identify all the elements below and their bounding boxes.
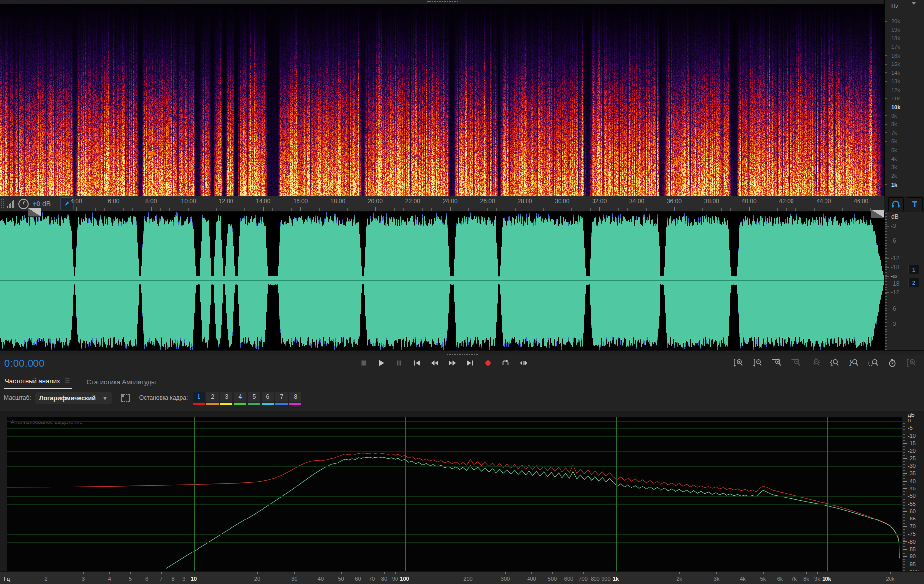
grid-line-h — [7, 489, 902, 489]
stop-button[interactable] — [357, 357, 370, 370]
hz-unit-label: Hz — [891, 3, 899, 10]
freq-tick — [583, 572, 584, 574]
audition-window: Hz 20k19k18k17k16k15k14k13k12k11k10k9k8k… — [0, 0, 924, 584]
grid-line-h — [7, 534, 902, 535]
freq-tick — [395, 572, 396, 574]
frame-hold-8[interactable]: 8 — [289, 392, 301, 405]
grid-line-h — [7, 451, 902, 452]
db-axis-unit: дБ — [908, 412, 915, 418]
freq-label: 500 — [548, 576, 557, 582]
panel-menu-icon[interactable]: ☰ — [65, 377, 70, 385]
timeline-label: 10:00 — [181, 198, 196, 205]
zoom-in-inpoint-button[interactable]: { — [828, 357, 841, 370]
timer-button[interactable] — [886, 357, 899, 370]
zoom-reset-button[interactable] — [905, 357, 918, 370]
freq-tick — [83, 572, 84, 574]
zoom-out-vertical-icon — [753, 358, 763, 368]
zoom-buttons: { } {} — [732, 357, 918, 370]
amplitude-label: -6 — [891, 237, 896, 244]
db-axis-label: -5 — [908, 425, 913, 431]
fast-forward-button[interactable] — [446, 357, 459, 370]
freq-label: 6 — [145, 576, 148, 582]
db-axis-label: -35 — [908, 470, 916, 476]
freq-label: 4k — [740, 576, 746, 582]
zoom-out-horizontal-button[interactable] — [790, 357, 803, 370]
timeline-label: 22:00 — [405, 198, 420, 205]
zoom-out-horizontal-icon — [791, 358, 801, 368]
ruler-minor-ticks — [1, 208, 884, 211]
zoom-to-selection-button[interactable]: {} — [866, 357, 880, 370]
db-axis-label: -30 — [908, 463, 916, 469]
amplitude-scale[interactable]: dB -3-6-12-18-∞-18-12-6-312 — [884, 212, 924, 350]
scale-dropdown[interactable]: Логарифмический ▼ — [35, 392, 112, 404]
timeline-label: 8:00 — [145, 198, 157, 205]
spectrogram-canvas[interactable] — [0, 4, 884, 196]
tab-frequency-analysis[interactable]: Частотный анализ ☰ — [4, 374, 72, 389]
levels-icon[interactable] — [7, 200, 14, 208]
zoom-in-horizontal-button[interactable] — [770, 357, 784, 370]
freq-scale-tick — [885, 47, 887, 47]
freq-label: 9k — [814, 576, 820, 582]
frequency-analysis-plot[interactable]: Анализированое выделение — [7, 417, 902, 571]
zoom-out-vertical-button[interactable] — [751, 357, 764, 370]
frame-hold-2[interactable]: 2 — [206, 392, 219, 405]
scale-dropdown-icon[interactable] — [911, 2, 916, 5]
hud-grip-icon[interactable] — [1, 199, 4, 209]
db-axis-label: -60 — [908, 508, 916, 514]
timeline-major-tick — [189, 207, 189, 211]
tab-amplitude-statistics[interactable]: Статистика Амплитуды — [86, 375, 158, 389]
freq-scale-label: 13k — [891, 78, 900, 84]
channel-badge-2[interactable]: 2 — [908, 278, 919, 287]
db-axis-label: -90 — [908, 553, 916, 559]
gain-value[interactable]: +0 — [33, 200, 40, 208]
loop-button[interactable] — [499, 357, 512, 370]
waveform-canvas[interactable] — [0, 212, 884, 350]
selection-handle-left[interactable] — [28, 208, 41, 217]
pause-button[interactable] — [393, 357, 406, 370]
freq-tick — [616, 572, 616, 575]
analysis-controls: Масштаб: Логарифмический ▼ Остановка кад… — [0, 389, 924, 411]
zoom-out-full-button[interactable] — [809, 357, 822, 370]
zoom-in-vertical-button[interactable] — [732, 357, 745, 370]
waveform-area[interactable] — [0, 212, 884, 350]
frame-hold-7[interactable]: 7 — [275, 392, 288, 405]
spectral-frequency-scale[interactable]: Hz 20k19k18k17k16k15k14k13k12k11k10k9k8k… — [884, 0, 924, 196]
metronome-icon — [911, 200, 918, 208]
frame-hold-6[interactable]: 6 — [262, 392, 274, 405]
zoom-reset-icon — [906, 358, 917, 368]
freq-label: 5k — [760, 576, 766, 582]
freq-scale-label: 2k — [891, 173, 897, 179]
channel-badge-1[interactable]: 1 — [908, 265, 919, 274]
timeline-ruler[interactable]: +0 dB 4:006:008:0010:0012:0014:0016:0018… — [0, 196, 884, 212]
skip-selection-button[interactable] — [517, 357, 530, 370]
metronome-button[interactable] — [907, 197, 923, 211]
freq-tick — [147, 572, 147, 574]
timeline-label: 12:00 — [218, 198, 233, 205]
frame-hold-5[interactable]: 5 — [248, 392, 260, 405]
timeline-major-tick — [562, 207, 562, 211]
headphones-button[interactable] — [888, 197, 904, 211]
timeline-major-tick — [76, 207, 77, 211]
copy-frames-button[interactable] — [121, 394, 130, 402]
play-button[interactable] — [375, 357, 388, 370]
timecode-display[interactable]: 0:00.000 — [4, 358, 45, 369]
zoom-in-outpoint-button[interactable]: } — [847, 357, 860, 370]
selection-handle-right[interactable] — [871, 209, 885, 218]
skip-forward-button[interactable] — [463, 357, 477, 370]
svg-text:{: { — [829, 359, 833, 366]
skip-back-button[interactable] — [410, 357, 424, 370]
duration-knob-icon[interactable] — [18, 199, 29, 209]
record-button[interactable] — [481, 357, 495, 370]
frame-hold-1[interactable]: 1 — [193, 392, 205, 405]
zoom-in-inpoint-icon: { — [829, 358, 840, 368]
freq-tick — [606, 572, 606, 574]
amplitude-tick — [885, 276, 889, 277]
frame-hold-3[interactable]: 3 — [220, 392, 232, 405]
db-unit-label: dB — [891, 213, 899, 220]
frame-hold-4[interactable]: 4 — [234, 392, 246, 405]
freq-label: 200 — [463, 576, 472, 582]
rewind-button[interactable] — [428, 357, 441, 370]
freq-label: 40 — [318, 576, 324, 582]
db-axis-label: -10 — [908, 433, 916, 439]
fast-forward-icon — [448, 359, 457, 367]
